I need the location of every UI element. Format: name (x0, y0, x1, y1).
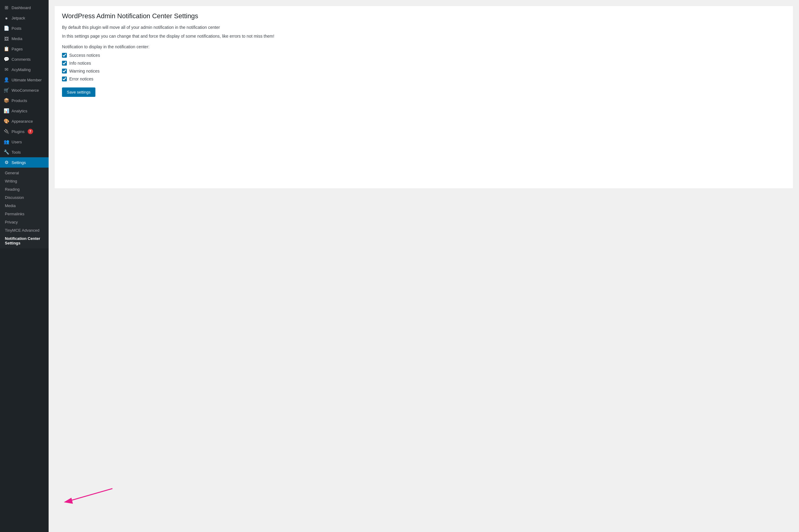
svg-marker-1 (64, 498, 73, 504)
description-1: By default this plugin will move all of … (62, 24, 786, 31)
settings-submenu: GeneralWritingReadingDiscussionMediaPerm… (0, 168, 49, 248)
woocommerce-icon: 🛒 (4, 88, 9, 93)
sidebar-label-products: Products (12, 98, 27, 103)
checkbox-group: Success noticesInfo noticesWarning notic… (62, 53, 786, 81)
dashboard-icon: ⊞ (4, 5, 9, 10)
plugins-icon: 🔌 (4, 129, 9, 134)
submenu-item-reading[interactable]: Reading (0, 185, 49, 193)
products-icon: 📦 (4, 98, 9, 103)
settings-icon: ⚙ (4, 160, 9, 165)
sidebar-item-posts[interactable]: 📄Posts (0, 23, 49, 33)
sidebar-item-media[interactable]: 🖼Media (0, 33, 49, 44)
page-title: WordPress Admin Notification Center Sett… (62, 12, 786, 20)
sidebar-label-posts: Posts (12, 26, 22, 31)
checkbox-label-warning: Warning notices (69, 69, 100, 74)
save-settings-button[interactable]: Save settings (62, 88, 95, 97)
sidebar-item-acymailing[interactable]: ✉AcyMailing (0, 64, 49, 75)
checkbox-success[interactable] (62, 53, 67, 58)
sidebar-label-users: Users (12, 140, 22, 144)
description-2: In this settings page you can change tha… (62, 33, 786, 39)
checkbox-error[interactable] (62, 77, 67, 81)
media-icon: 🖼 (4, 36, 9, 41)
users-icon: 👥 (4, 139, 9, 145)
sidebar-label-settings: Settings (12, 160, 26, 165)
checkbox-warning[interactable] (62, 69, 67, 74)
checkbox-label-info: Info notices (69, 61, 91, 65)
svg-line-0 (70, 489, 112, 501)
comments-icon: 💬 (4, 56, 9, 62)
plugins-badge: 7 (27, 129, 33, 134)
sidebar: ⊞Dashboard●Jetpack📄Posts🖼Media📋Pages💬Com… (0, 0, 49, 532)
sidebar-item-jetpack[interactable]: ●Jetpack (0, 13, 49, 23)
sidebar-label-appearance: Appearance (12, 119, 33, 124)
sidebar-item-appearance[interactable]: 🎨Appearance (0, 116, 49, 126)
sidebar-label-acymailing: AcyMailing (12, 68, 31, 72)
sidebar-label-jetpack: Jetpack (12, 16, 25, 20)
submenu-item-privacy[interactable]: Privacy (0, 218, 49, 226)
submenu-item-permalinks[interactable]: Permalinks (0, 210, 49, 218)
submenu-item-writing[interactable]: Writing (0, 177, 49, 185)
submenu-item-media[interactable]: Media (0, 202, 49, 210)
sidebar-label-ultimate-member: Ultimate Member (12, 78, 42, 82)
submenu-item-general[interactable]: General (0, 169, 49, 177)
sidebar-label-pages: Pages (12, 47, 23, 51)
posts-icon: 📄 (4, 25, 9, 31)
sidebar-item-plugins[interactable]: 🔌Plugins7 (0, 126, 49, 137)
sidebar-item-tools[interactable]: 🔧Tools (0, 147, 49, 157)
sidebar-label-analytics: Analytics (12, 109, 27, 113)
pages-icon: 📋 (4, 46, 9, 52)
submenu-item-tinymce-advanced[interactable]: TinyMCE Advanced (0, 226, 49, 234)
checkbox-label-error: Error notices (69, 77, 93, 81)
sidebar-item-dashboard[interactable]: ⊞Dashboard (0, 2, 49, 13)
checkbox-item-warning[interactable]: Warning notices (62, 69, 786, 74)
sidebar-item-products[interactable]: 📦Products (0, 95, 49, 106)
sidebar-item-analytics[interactable]: 📊Analytics (0, 106, 49, 116)
jetpack-icon: ● (4, 15, 9, 21)
content-area: WordPress Admin Notification Center Sett… (55, 6, 793, 188)
appearance-icon: 🎨 (4, 118, 9, 124)
submenu-item-discussion[interactable]: Discussion (0, 193, 49, 202)
sidebar-item-ultimate-member[interactable]: 👤Ultimate Member (0, 75, 49, 85)
checkbox-item-error[interactable]: Error notices (62, 77, 786, 81)
arrow-annotation (61, 486, 122, 505)
checkbox-info[interactable] (62, 61, 67, 65)
sidebar-label-media: Media (12, 36, 22, 41)
checkbox-label-success: Success notices (69, 53, 100, 58)
sidebar-label-woocommerce: WooCommerce (12, 88, 39, 93)
analytics-icon: 📊 (4, 108, 9, 114)
main-content: WordPress Admin Notification Center Sett… (49, 0, 799, 532)
sidebar-item-users[interactable]: 👥Users (0, 137, 49, 147)
acymailing-icon: ✉ (4, 67, 9, 72)
sidebar-label-plugins: Plugins (12, 129, 24, 134)
sidebar-label-tools: Tools (12, 150, 21, 155)
ultimate-member-icon: 👤 (4, 77, 9, 82)
checkbox-item-success[interactable]: Success notices (62, 53, 786, 58)
sidebar-item-pages[interactable]: 📋Pages (0, 44, 49, 54)
notification-label: Notification to display in the notificat… (62, 44, 786, 49)
submenu-item-notification-center-settings[interactable]: Notification Center Settings (0, 234, 49, 247)
sidebar-label-comments: Comments (12, 57, 31, 62)
sidebar-item-settings[interactable]: ⚙Settings (0, 157, 49, 168)
sidebar-nav: ⊞Dashboard●Jetpack📄Posts🖼Media📋Pages💬Com… (0, 0, 49, 251)
sidebar-item-comments[interactable]: 💬Comments (0, 54, 49, 64)
checkbox-item-info[interactable]: Info notices (62, 61, 786, 65)
sidebar-item-woocommerce[interactable]: 🛒WooCommerce (0, 85, 49, 95)
sidebar-label-dashboard: Dashboard (12, 5, 31, 10)
tools-icon: 🔧 (4, 149, 9, 155)
